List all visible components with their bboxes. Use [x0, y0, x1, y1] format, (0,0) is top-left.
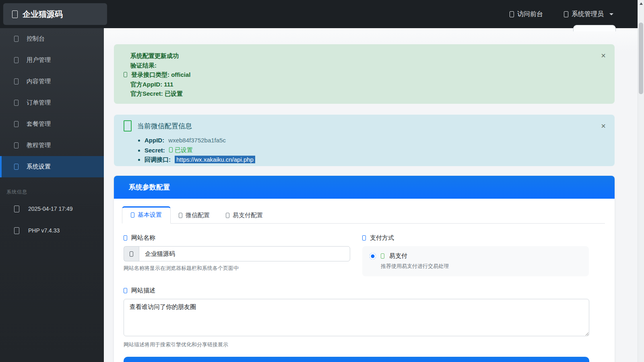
sidebar-item-packages[interactable]: 套餐管理: [0, 113, 104, 135]
sidebar-item-settings[interactable]: 系统设置: [0, 156, 104, 177]
appid-label: AppID:: [144, 137, 164, 144]
wechat-callback-row: 回调接口: https://wx.xakaiku.cn/api.php: [144, 155, 605, 165]
users-icon: [14, 57, 19, 63]
epay-icon: [381, 253, 384, 259]
php-version-value: PHP v7.4.33: [28, 227, 60, 234]
appid-value: wxeb84f3752ba1fa5c: [168, 137, 226, 144]
success-alert-line: 登录接口类型: official: [124, 70, 605, 80]
payment-help: 推荐使用易支付进行交易处理: [381, 263, 582, 270]
external-link-icon: [510, 11, 514, 17]
card-title: 系统参数配置: [129, 183, 170, 192]
tab-label: 基本设置: [138, 211, 162, 219]
site-desc-textarea[interactable]: 查看谁访问了你的朋友圈: [124, 299, 589, 336]
sidebar-item-console[interactable]: 控制台: [0, 28, 104, 49]
site-name-help: 网站名称将显示在浏览器标题栏和系统各个页面中: [124, 265, 350, 272]
payment-method-group: 支付方式 易支付 推荐使用易支付进行交易处理: [362, 234, 589, 276]
basic-settings-icon: [131, 212, 134, 218]
secret-status-text: 已设置: [175, 145, 193, 155]
basic-settings-form: 网站名称 网站名称将显示在浏览器标题栏和系统各个页面中 支付方式: [114, 224, 615, 362]
visit-frontend-link[interactable]: 访问前台: [510, 10, 543, 19]
epay-radio-checked[interactable]: [369, 253, 376, 259]
success-alert-line: 系统配置更新成功: [124, 51, 605, 61]
wechat-info-alert: 当前微信配置信息 AppID: wxeb84f3752ba1fa5c Secre…: [114, 115, 615, 166]
site-name-input[interactable]: [139, 246, 350, 261]
tag-icon: [130, 251, 133, 257]
sidebar-item-users[interactable]: 用户管理: [0, 49, 104, 71]
sidebar-nav: 控制台 用户管理 内容管理 订单管理 套餐管理 教程管理 系统设置 系统信息 2…: [0, 28, 104, 362]
brand-title: 企业猫源码: [23, 9, 63, 20]
wechat-alert-title: 当前微信配置信息: [137, 121, 192, 131]
alert-text: 官方AppID: 111: [130, 80, 173, 89]
wechat-alert-header: 当前微信配置信息: [124, 120, 605, 132]
php-icon: [14, 227, 19, 234]
dashboard-icon: [14, 36, 19, 42]
server-time-value: 2025-04-17 17:49: [28, 206, 73, 212]
sidebar-section-label: 系统信息: [6, 189, 104, 195]
wechat-appid-row: AppID: wxeb84f3752ba1fa5c: [144, 136, 605, 145]
navbar-right-group: 访问前台 系统管理员: [510, 0, 613, 28]
success-alert-line: 官方AppID: 111: [124, 80, 605, 89]
site-desc-help: 网站描述将用于搜索引擎优化和分享链接展示: [124, 341, 605, 348]
close-icon[interactable]: ×: [601, 122, 606, 130]
caret-down-icon: [609, 13, 613, 15]
site-name-label: 网站名称: [131, 234, 155, 242]
system-config-card: 系统参数配置 基本设置 微信配置 易支付配置 网: [114, 176, 615, 362]
scrollbar-thumb[interactable]: [639, 23, 643, 94]
tutorial-icon: [14, 142, 19, 148]
tab-label: 易支付配置: [233, 212, 263, 219]
admin-user-label: 系统管理员: [572, 10, 604, 19]
sidebar-item-label: 系统设置: [27, 163, 51, 171]
site-desc-label-row: 网站描述: [124, 287, 605, 294]
content-icon: [14, 78, 19, 84]
alert-text: 登录接口类型: official: [131, 70, 191, 80]
sidebar-item-orders[interactable]: 订单管理: [0, 92, 104, 113]
wechat-secret-row: Secret: 已设置: [144, 145, 605, 155]
alert-text: 验证结果:: [130, 61, 157, 70]
visit-frontend-label: 访问前台: [517, 10, 543, 19]
sidebar-info-time: 2025-04-17 17:49: [0, 198, 104, 220]
callback-label: 回调接口:: [144, 156, 171, 163]
browser-scrollbar[interactable]: [638, 0, 644, 362]
wechat-config-icon: [179, 213, 182, 218]
site-name-field-group: 网站名称 网站名称将显示在浏览器标题栏和系统各个页面中: [124, 234, 350, 276]
tab-wechat-config[interactable]: 微信配置: [171, 207, 218, 224]
config-tabs: 基本设置 微信配置 易支付配置: [122, 206, 605, 224]
success-alert-line: 官方Secret: 已设置: [124, 89, 605, 99]
admin-user-menu[interactable]: 系统管理员: [564, 10, 613, 19]
success-alert-line: 验证结果:: [124, 61, 605, 70]
payment-label: 支付方式: [370, 234, 394, 242]
user-icon: [564, 11, 568, 17]
credit-card-icon: [362, 235, 366, 241]
next-section-header: 套餐价格配置: [124, 357, 589, 362]
user-dropdown-panel: [573, 25, 616, 31]
success-alert: 系统配置更新成功 验证结果: 登录接口类型: official 官方AppID:…: [114, 44, 615, 104]
secret-value: 已设置: [169, 145, 193, 155]
sidebar-item-label: 控制台: [27, 35, 45, 43]
document-icon: [124, 288, 127, 293]
alert-text: 官方Secret: 已设置: [130, 89, 183, 99]
sidebar-item-tutorials[interactable]: 教程管理: [0, 135, 104, 156]
tab-label: 微信配置: [186, 212, 210, 219]
site-desc-field-group: 网站描述 查看谁访问了你的朋友圈 网站描述将用于搜索引擎优化和分享链接展示: [124, 287, 605, 348]
sidebar-item-label: 用户管理: [27, 56, 51, 64]
epay-radio-row[interactable]: 易支付: [369, 252, 582, 260]
tab-epay-config[interactable]: 易支付配置: [218, 207, 271, 224]
sidebar-item-label: 内容管理: [27, 78, 51, 85]
close-icon[interactable]: ×: [601, 51, 606, 60]
clock-icon: [14, 206, 19, 212]
sidebar-item-label: 教程管理: [27, 142, 51, 149]
sidebar-info-php: PHP v7.4.33: [0, 220, 104, 241]
callback-url-selected-text[interactable]: https://wx.xakaiku.cn/api.php: [175, 156, 255, 163]
gear-icon: [14, 164, 19, 170]
sidebar-item-label: 套餐管理: [27, 120, 51, 128]
alert-text: 系统配置更新成功: [130, 51, 179, 61]
payment-option-panel: 易支付 推荐使用易支付进行交易处理: [362, 246, 589, 276]
brand-logo[interactable]: 企业猫源码: [3, 3, 107, 25]
wechat-icon: [124, 120, 132, 132]
tab-basic-settings[interactable]: 基本设置: [122, 206, 171, 224]
site-name-input-group: [124, 246, 350, 261]
site-name-addon: [124, 246, 139, 261]
login-type-icon: [124, 72, 127, 77]
sidebar-item-content[interactable]: 内容管理: [0, 71, 104, 92]
scroll-up-arrow-icon[interactable]: [640, 2, 643, 5]
